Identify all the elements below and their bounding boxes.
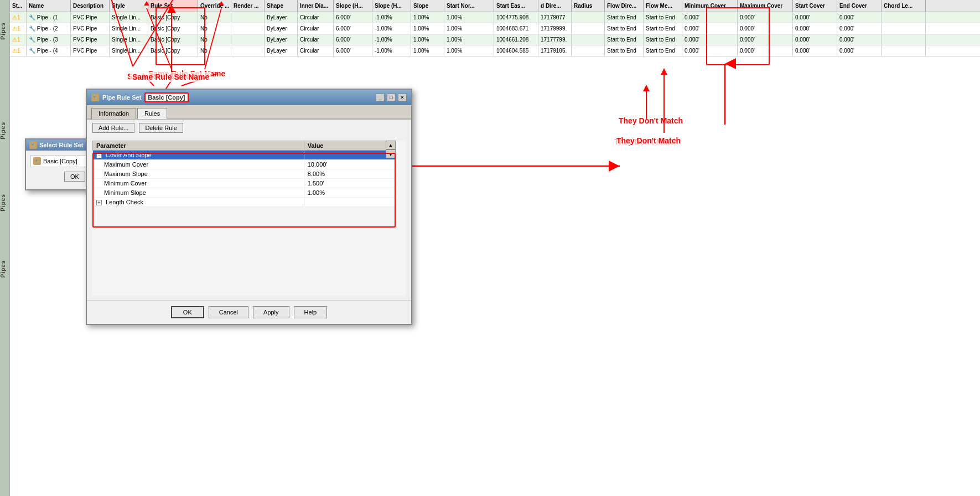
header-slope: Slope bbox=[411, 0, 444, 12]
param-cell-max-slope-name: Maximum Slope bbox=[93, 169, 304, 179]
header-render: Render ... bbox=[231, 0, 265, 12]
header-maxcover: Maximum Cover bbox=[738, 0, 793, 12]
cell-override-4: No bbox=[198, 45, 231, 56]
svg-line-0 bbox=[182, 74, 217, 86]
pipe-ruleset-dialog[interactable]: 🔧 Pipe Rule Set Basic [Copy] _ □ ✕ Infor… bbox=[86, 89, 412, 325]
param-cell-length-check-value bbox=[304, 198, 395, 207]
select-ok-button[interactable]: OK bbox=[64, 172, 85, 182]
cell-name-3: 🔧 Pipe - (3 bbox=[27, 34, 71, 45]
cell-flowme-3: Start to End bbox=[644, 34, 682, 45]
table-body: ⚠1 🔧 Pipe - (1 PVC Pipe Single Lin... Ba… bbox=[10, 12, 980, 56]
header-override: Override ... bbox=[198, 0, 231, 12]
cell-slopeh1-4: 6.000' bbox=[334, 45, 372, 56]
apply-button[interactable]: Apply bbox=[253, 306, 289, 318]
table-row[interactable]: ⚠1 🔧 Pipe - (3 PVC Pipe Single Lin... Ba… bbox=[10, 34, 980, 45]
cell-name-1: 🔧 Pipe - (1 bbox=[27, 12, 71, 23]
header-name: Name bbox=[27, 0, 71, 12]
param-table-wrapper: ▲ ▼ Parameter Value - Cover And Slope bbox=[92, 141, 406, 296]
cell-maxcover-3: 0.000' bbox=[738, 34, 793, 45]
cell-slope-2: 1.00% bbox=[411, 23, 444, 34]
cell-slopeh1-1: 6.000' bbox=[334, 12, 372, 23]
cell-flowdir-3: Start to End bbox=[605, 34, 644, 45]
cell-override-2: No bbox=[198, 23, 231, 34]
dialog-title-left: 🔧 Pipe Rule Set Basic [Copy] bbox=[91, 92, 189, 102]
pipes-label-2: Pipes bbox=[0, 122, 10, 140]
cell-starteas-4: 1004604.585 bbox=[494, 45, 538, 56]
param-cell-min-cover-name: Minimum Cover bbox=[93, 179, 304, 188]
cell-starteas-3: 1004661.208 bbox=[494, 34, 538, 45]
dialog-footer: OK Cancel Apply Help bbox=[87, 300, 411, 324]
cell-mincover-1: 0.000' bbox=[682, 12, 738, 23]
cell-endcover-2: 0.000' bbox=[837, 23, 882, 34]
cell-endcover-1: 0.000' bbox=[837, 12, 882, 23]
dialog-ruleset-name: Basic [Copy] bbox=[144, 92, 188, 102]
dialog-content: ▲ ▼ Parameter Value - Cover And Slope bbox=[87, 136, 411, 300]
cell-radius-2 bbox=[572, 23, 605, 34]
cell-slopeh2-4: -1.00% bbox=[372, 45, 411, 56]
param-cell-max-slope-value: 8.00% bbox=[304, 169, 395, 179]
param-cell-min-cover-value: 1.500' bbox=[304, 179, 395, 188]
scroll-down-button[interactable]: ▼ bbox=[386, 149, 396, 158]
cell-slopeh2-3: -1.00% bbox=[372, 34, 411, 45]
cell-starteas-1: 1004775.908 bbox=[494, 12, 538, 23]
header-radius: Radius bbox=[572, 0, 605, 12]
header-ruleset: Rule Set bbox=[148, 0, 198, 12]
header-startcover: Start Cover bbox=[793, 0, 837, 12]
dialog-tabs: Information Rules bbox=[87, 105, 411, 120]
header-mincover: Minimum Cover bbox=[682, 0, 738, 12]
cell-flowme-1: Start to End bbox=[644, 12, 682, 23]
param-header-parameter: Parameter bbox=[93, 141, 304, 151]
cell-render-3 bbox=[231, 34, 265, 45]
cell-dire-3: 17177799. bbox=[538, 34, 572, 45]
select-dialog-icon: 🔧 bbox=[29, 141, 37, 149]
cell-slopeh2-2: -1.00% bbox=[372, 23, 411, 34]
table-row[interactable]: ⚠1 🔧 Pipe - (1 PVC Pipe Single Lin... Ba… bbox=[10, 12, 980, 23]
param-row-max-slope[interactable]: Maximum Slope 8.00% bbox=[93, 169, 396, 179]
param-row-cover-slope[interactable]: - Cover And Slope bbox=[93, 151, 396, 160]
param-row-min-cover[interactable]: Minimum Cover 1.500' bbox=[93, 179, 396, 188]
cell-innerdia-2: Circular bbox=[298, 23, 334, 34]
table-row[interactable]: ⚠1 🔧 Pipe - (2 PVC Pipe Single Lin... Ba… bbox=[10, 23, 980, 34]
delete-rule-button[interactable]: Delete Rule bbox=[139, 123, 183, 133]
tab-information[interactable]: Information bbox=[91, 108, 136, 119]
cell-startcover-1: 0.000' bbox=[793, 12, 837, 23]
dialog-title-text: Pipe Rule Set bbox=[102, 94, 141, 101]
cell-style-2: Single Lin... bbox=[110, 23, 148, 34]
cancel-button[interactable]: Cancel bbox=[209, 306, 248, 318]
cell-startnor-4: 1.00% bbox=[444, 45, 494, 56]
param-cell-cover-slope-value bbox=[304, 151, 395, 160]
cell-slope-1: 1.00% bbox=[411, 12, 444, 23]
param-row-min-slope[interactable]: Minimum Slope 1.00% bbox=[93, 188, 396, 198]
close-button[interactable]: ✕ bbox=[398, 94, 407, 101]
maximize-button[interactable]: □ bbox=[387, 94, 396, 101]
header-status: St... bbox=[10, 0, 27, 12]
ok-button[interactable]: OK bbox=[171, 306, 204, 318]
help-button[interactable]: Help bbox=[294, 306, 328, 318]
cell-ruleset-1: Basic [Copy bbox=[148, 12, 198, 23]
param-cell-min-slope-value: 1.00% bbox=[304, 188, 395, 198]
svg-line-1 bbox=[143, 74, 154, 86]
cell-ruleset-4: Basic [Copy bbox=[148, 45, 198, 56]
cell-innerdia-3: Circular bbox=[298, 34, 334, 45]
scroll-up-button[interactable]: ▲ bbox=[386, 141, 396, 149]
select-dialog-title: Select Rule Set bbox=[39, 142, 83, 148]
header-slopeh2: Slope (H... bbox=[372, 0, 411, 12]
expand-icon[interactable]: - bbox=[96, 153, 102, 158]
pipes-label-4: Pipes bbox=[0, 260, 10, 278]
cell-startcover-4: 0.000' bbox=[793, 45, 837, 56]
cell-desc-2: PVC Pipe bbox=[71, 23, 110, 34]
minimize-button[interactable]: _ bbox=[376, 94, 385, 101]
cell-chord-3 bbox=[882, 34, 926, 45]
table-row[interactable]: ⚠1 🔧 Pipe - (4 PVC Pipe Single Lin... Ba… bbox=[10, 45, 980, 56]
param-row-length-check[interactable]: + Length Check bbox=[93, 198, 396, 207]
cell-ruleset-2: Basic [Copy bbox=[148, 23, 198, 34]
param-row-max-cover[interactable]: Maximum Cover 10.000' bbox=[93, 160, 396, 169]
tab-rules[interactable]: Rules bbox=[137, 108, 167, 119]
param-table-header-row: Parameter Value bbox=[93, 141, 396, 151]
cell-status-1: ⚠1 bbox=[10, 12, 27, 23]
expand-icon-length[interactable]: + bbox=[96, 200, 102, 205]
add-rule-button[interactable]: Add Rule... bbox=[92, 123, 134, 133]
cell-slope-3: 1.00% bbox=[411, 34, 444, 45]
cell-chord-1 bbox=[882, 12, 926, 23]
cell-shape-3: ByLayer bbox=[265, 34, 298, 45]
